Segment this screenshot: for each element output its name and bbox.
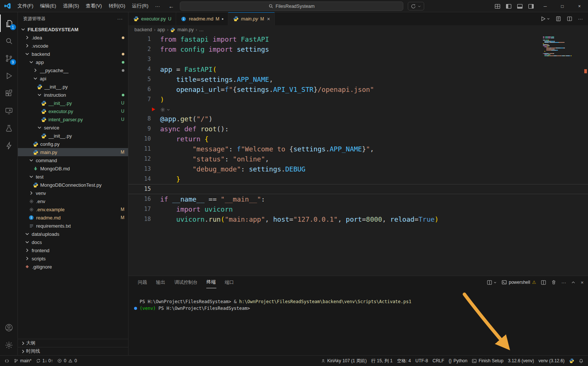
close-panel-icon[interactable]: × [581,280,584,285]
menu-文件(F)[interactable]: 文件(F) [14,0,37,12]
minimize-button[interactable]: ─ [537,0,554,12]
more-actions-icon[interactable]: ··· [578,16,583,22]
notifications-bell[interactable] [576,356,586,366]
python-extension-status[interactable] [567,356,576,366]
tree-folder-.vscode[interactable]: .vscode [18,42,128,50]
tree-file-executor.py[interactable]: executor.pyU [18,107,128,115]
close-window-button[interactable]: × [571,0,588,12]
code-line-11[interactable]: 11 "message": f"Welcome to {settings.APP… [128,144,588,154]
code-line-18[interactable]: 18 uvicorn.run("main:app", host="127.0.0… [128,214,588,224]
minimap[interactable] [543,36,582,57]
encoding-status[interactable]: UTF-8 [413,356,430,366]
command-center-search[interactable]: FilesReadSysteam [180,1,403,11]
customize-layout-icon[interactable] [492,0,503,12]
kill-terminal-icon[interactable] [551,280,556,285]
tree-folder-app[interactable]: app [18,58,128,66]
gear-icon[interactable] [160,107,165,112]
unsaved-dot[interactable]: ● [222,17,223,21]
code-line-9[interactable]: 9async def root(): [128,124,588,134]
breadcrumb-item[interactable]: … [199,27,204,32]
code-line-17[interactable]: 17 import uvicorn [128,204,588,214]
custom-extension-icon[interactable] [0,137,18,154]
split-terminal-icon[interactable] [541,280,546,285]
code-line-14[interactable]: 14 } [128,174,588,184]
remote-indicator[interactable] [2,356,12,366]
split-editor-icon[interactable] [567,16,572,22]
tree-folder-command[interactable]: command [18,156,128,164]
explorer-icon[interactable]: 1 [0,15,18,32]
run-debug-icon[interactable] [0,67,18,84]
account-icon[interactable] [0,319,18,336]
code-line-10[interactable]: 10 return { [128,134,588,144]
code-line-13[interactable]: 13 "debug_mode": settings.DEBUG [128,164,588,174]
panel-tab-问题[interactable]: 问题 [137,277,147,288]
venv-status[interactable]: venv (3.12.6) [536,356,567,366]
code-line-15[interactable]: 15 [128,184,588,194]
breadcrumb[interactable]: backend › app › main.py › … [128,25,588,34]
terminal-layout-icon[interactable] [487,280,497,285]
tree-file-intent_parser.py[interactable]: intent_parser.pyU [18,115,128,123]
tree-folder-data\uploads[interactable]: data\uploads [18,230,128,238]
git-blame-status[interactable]: KiriAky 107 (1 周前) [319,356,369,366]
menu-编辑(E)[interactable]: 编辑(E) [37,0,60,12]
eol-status[interactable]: CRLF [430,356,446,366]
terminal-instance[interactable]: powershell ⚠ [502,280,536,285]
notebook-action-icon[interactable] [556,16,561,22]
outline-section[interactable]: 大纲 [18,339,128,347]
python-interpreter-status[interactable]: 3.12.6 (venv) [506,356,536,366]
tree-file-.env[interactable]: .env [18,197,128,205]
maximize-button[interactable]: □ [554,0,571,12]
menu-转到(G)[interactable]: 转到(G) [105,0,129,12]
timeline-section[interactable]: 时间线 [18,347,128,355]
toggle-secondary-sidebar-icon[interactable] [525,0,537,12]
indentation-status[interactable]: 空格: 4 [395,356,413,366]
back-arrow-button[interactable]: ← [168,3,174,9]
tree-file-MongoDB.md[interactable]: MongoDB.md [18,164,128,173]
tree-folder-instruction[interactable]: instruction [18,91,128,99]
panel-tab-终端[interactable]: 终端 [206,276,216,288]
command-decoration-dot[interactable] [134,307,137,310]
code-line-12[interactable]: 12 "status": "online", [128,154,588,164]
tree-file-config.py[interactable]: config.py [18,140,128,148]
menu-选择(S)[interactable]: 选择(S) [60,0,82,12]
tree-file-MongoDBConnectionTest.py[interactable]: MongoDBConnectionTest.py [18,181,128,189]
tree-file-__init__.py[interactable]: __init__.py [18,132,128,140]
tree-file-readme.md[interactable]: readme.mdM [18,214,128,222]
tree-root-folder[interactable]: FILESREADSYSTEAM [18,25,128,33]
remote-explorer-icon[interactable] [0,102,18,119]
tree-folder-__pycache__[interactable]: __pycache__ [18,66,128,74]
tree-file-__init__.py[interactable]: __init__.py [18,83,128,91]
menu-more[interactable]: ··· [152,0,163,12]
breadcrumb-item[interactable]: backend [134,27,152,32]
code-line-4[interactable]: 4app = FastAPI( [128,64,588,74]
breakpoint-marker[interactable] [152,107,155,111]
tree-folder-.idea[interactable]: .idea [18,33,128,42]
tree-file-.gitignore[interactable]: .gitignore [18,263,128,271]
code-line-5[interactable]: 5 title=settings.APP_NAME, [128,74,588,84]
tree-folder-docs[interactable]: docs [18,238,128,246]
tree-folder-api[interactable]: api [18,74,128,83]
settings-gear-icon[interactable] [0,336,18,354]
tree-folder-frontend[interactable]: frontend [18,246,128,254]
tree-folder-venv[interactable]: venv [18,189,128,197]
tree-folder-scripts[interactable]: scripts [18,254,128,263]
code-line-16[interactable]: 16if __name__ == "__main__": [128,194,588,204]
tree-file-__init__.py[interactable]: __init__.pyU [18,99,128,107]
code-line-6[interactable]: 6 openapi_url=f"{settings.API_V1_STR}/op… [128,84,588,94]
menu-查看(V)[interactable]: 查看(V) [82,0,105,12]
breadcrumb-item[interactable]: main.py [177,27,194,32]
run-python-button[interactable] [540,16,550,22]
sidebar-more-actions[interactable]: ··· [117,16,123,22]
tab-main.py[interactable]: main.pyM× [228,12,275,25]
terminal-content[interactable]: PS H:\OwnProject\FilesReadSysteam> & h:\… [128,289,588,355]
code-line-7[interactable]: 7) [128,94,588,105]
breadcrumb-item[interactable]: app [157,27,165,32]
tree-file-.env.example[interactable]: .env.exampleM [18,205,128,214]
tree-folder-service[interactable]: service [18,123,128,132]
finish-setup-status[interactable]: Finish Setup [470,356,506,366]
code-line-3[interactable]: 3 [128,54,588,64]
toggle-primary-sidebar-icon[interactable] [503,0,514,12]
panel-more-icon[interactable]: ··· [561,280,566,285]
sync-status[interactable]: 1↓ 0↑ [34,356,55,366]
cursor-position-status[interactable]: 行 15, 列 1 [369,356,395,366]
